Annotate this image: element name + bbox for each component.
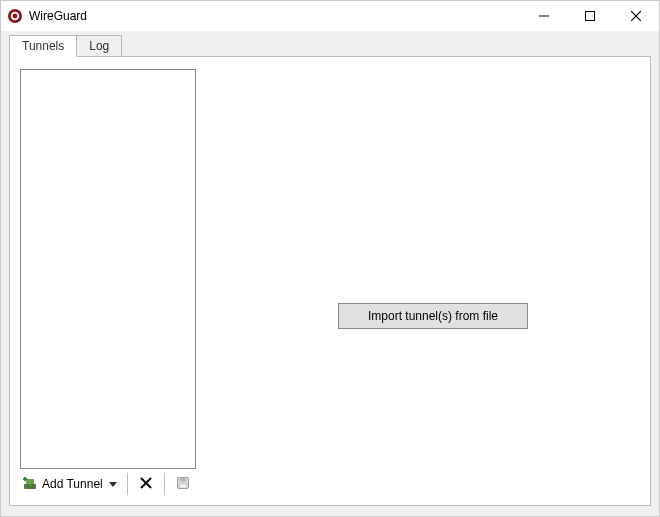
add-tunnel-button[interactable]: Add Tunnel <box>18 472 121 496</box>
tab-log[interactable]: Log <box>76 35 122 57</box>
separator <box>164 473 165 495</box>
svg-rect-4 <box>586 12 595 21</box>
svg-point-2 <box>13 14 18 19</box>
add-tunnel-label: Add Tunnel <box>42 477 103 491</box>
tab-label: Tunnels <box>22 39 64 53</box>
tunnel-toolbar: Add Tunnel <box>18 471 195 497</box>
tab-label: Log <box>89 39 109 53</box>
window-title: WireGuard <box>29 9 87 23</box>
svg-marker-12 <box>109 482 117 487</box>
tab-tunnels[interactable]: Tunnels <box>9 35 77 57</box>
svg-rect-16 <box>180 477 186 481</box>
tabpage-tunnels: Add Tunnel <box>9 56 651 506</box>
svg-rect-7 <box>24 484 36 489</box>
window-controls <box>521 1 659 31</box>
svg-rect-17 <box>179 484 186 488</box>
wireguard-icon <box>7 8 23 24</box>
import-button-label: Import tunnel(s) from file <box>368 309 498 323</box>
tunnel-list[interactable] <box>20 69 196 469</box>
import-tunnel-button[interactable]: Import tunnel(s) from file <box>338 303 528 329</box>
export-tunnels-button[interactable] <box>171 472 195 496</box>
remove-tunnel-button[interactable] <box>134 472 158 496</box>
save-icon <box>176 476 190 493</box>
maximize-button[interactable] <box>567 1 613 31</box>
svg-rect-8 <box>26 479 34 484</box>
close-button[interactable] <box>613 1 659 31</box>
tabstrip: Tunnels Log <box>1 31 659 57</box>
titlebar: WireGuard <box>1 1 659 31</box>
minimize-button[interactable] <box>521 1 567 31</box>
close-icon <box>140 477 152 492</box>
add-tunnel-icon <box>22 476 38 492</box>
chevron-down-icon <box>109 477 117 491</box>
client-area: Tunnels Log Add Tunnel <box>1 31 659 516</box>
separator <box>127 473 128 495</box>
